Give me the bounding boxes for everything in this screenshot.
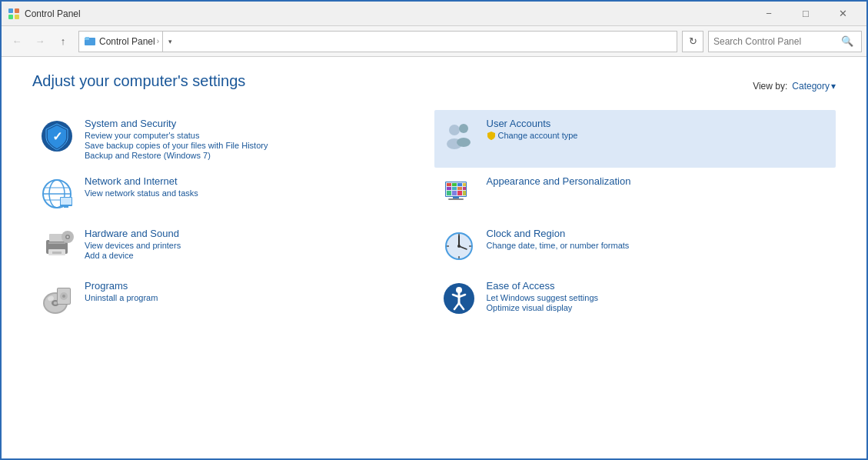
programs-title[interactable]: Programs [85, 280, 428, 292]
svg-point-62 [62, 295, 65, 298]
ease-access-text: Ease of Access Let Windows suggest setti… [487, 280, 830, 312]
maximize-button[interactable]: □ [788, 2, 823, 26]
system-security-link-1[interactable]: Review your computer's status [85, 131, 428, 140]
category-programs[interactable]: Programs Uninstall a program [32, 272, 434, 325]
address-bar: Control Panel › ▾ [78, 31, 677, 52]
categories-grid: ✓ System and Security Review your comput… [32, 110, 836, 325]
svg-point-49 [457, 245, 461, 248]
refresh-button[interactable]: ↻ [682, 31, 703, 52]
svg-point-44 [67, 236, 69, 238]
clock-region-icon [441, 228, 477, 265]
close-button[interactable]: ✕ [825, 2, 860, 26]
system-security-link-3[interactable]: Backup and Restore (Windows 7) [85, 151, 428, 160]
hardware-sound-link-2[interactable]: Add a device [85, 251, 428, 260]
svg-rect-35 [453, 197, 459, 198]
programs-link-1[interactable]: Uninstall a program [85, 293, 428, 302]
svg-point-11 [459, 124, 468, 133]
ease-access-icon [441, 280, 477, 317]
hardware-sound-text: Hardware and Sound View devices and prin… [85, 228, 428, 260]
svg-rect-34 [463, 191, 466, 195]
system-security-icon: ✓ [38, 118, 75, 155]
address-dropdown-button[interactable]: ▾ [162, 31, 178, 52]
search-bar: 🔍 [708, 31, 862, 52]
user-accounts-text: User Accounts Change account type [487, 118, 830, 140]
svg-rect-20 [64, 206, 68, 208]
svg-rect-24 [452, 183, 457, 186]
appearance-title[interactable]: Appearance and Personalization [487, 175, 830, 187]
view-by-label: View by: [753, 81, 787, 92]
minimize-button[interactable]: − [751, 2, 787, 26]
svg-rect-31 [447, 191, 451, 195]
system-security-title[interactable]: System and Security [85, 118, 428, 129]
svg-rect-26 [463, 183, 466, 186]
user-accounts-title[interactable]: User Accounts [487, 118, 830, 129]
category-appearance[interactable]: Appearance and Personalization [434, 168, 836, 220]
svg-rect-25 [457, 183, 462, 186]
page-title: Adjust your computer's settings [32, 72, 836, 90]
svg-rect-19 [61, 198, 72, 205]
hardware-sound-icon [38, 228, 75, 265]
svg-rect-6 [85, 37, 89, 38]
svg-point-12 [457, 138, 471, 147]
category-ease-access[interactable]: Ease of Access Let Windows suggest setti… [434, 272, 836, 325]
network-internet-text: Network and Internet View network status… [85, 175, 428, 198]
programs-icon [38, 280, 75, 317]
svg-rect-32 [452, 191, 457, 195]
svg-rect-2 [8, 15, 13, 19]
system-security-text: System and Security Review your computer… [85, 118, 428, 160]
category-user-accounts[interactable]: User Accounts Change account type [434, 110, 836, 168]
ease-access-title[interactable]: Ease of Access [487, 280, 830, 292]
title-bar-controls: − □ ✕ [751, 2, 860, 26]
view-by-dropdown[interactable]: Category ▾ [792, 81, 836, 92]
address-path: Control Panel › [99, 36, 159, 47]
forward-button[interactable]: → [29, 31, 51, 52]
svg-text:✓: ✓ [52, 130, 62, 143]
ease-access-link-2[interactable]: Optimize visual display [487, 303, 830, 312]
main-content: Adjust your computer's settings View by:… [2, 57, 866, 460]
category-network-internet[interactable]: Network and Internet View network status… [32, 168, 434, 220]
hardware-sound-link-1[interactable]: View devices and printers [85, 241, 428, 250]
appearance-text: Appearance and Personalization [487, 175, 830, 188]
svg-rect-1 [15, 8, 19, 13]
user-accounts-link-1[interactable]: Change account type [487, 131, 830, 140]
address-folder-icon [84, 35, 96, 48]
control-panel-title-icon [8, 8, 20, 20]
svg-rect-5 [85, 38, 89, 40]
network-internet-link-1[interactable]: View network status and tasks [85, 188, 428, 198]
user-accounts-icon [441, 118, 477, 155]
ease-access-link-1[interactable]: Let Windows suggest settings [487, 293, 830, 302]
clock-region-link-1[interactable]: Change date, time, or number formats [487, 241, 830, 250]
svg-rect-41 [52, 252, 62, 254]
category-system-security[interactable]: ✓ System and Security Review your comput… [32, 110, 434, 168]
view-by-control: View by: Category ▾ [753, 81, 836, 92]
search-input[interactable] [713, 36, 841, 47]
back-button[interactable]: ← [6, 31, 28, 52]
svg-point-9 [449, 125, 460, 135]
svg-rect-36 [448, 198, 464, 200]
svg-rect-33 [457, 191, 462, 195]
search-icon[interactable]: 🔍 [841, 35, 856, 47]
category-hardware-sound[interactable]: Hardware and Sound View devices and prin… [32, 220, 434, 272]
programs-text: Programs Uninstall a program [85, 280, 428, 302]
up-button[interactable]: ↑ [52, 31, 74, 52]
shield-icon [487, 131, 496, 140]
window-title: Control Panel [25, 8, 81, 19]
svg-rect-3 [15, 15, 19, 19]
svg-rect-38 [48, 242, 65, 244]
network-internet-icon [38, 175, 75, 212]
title-bar: Control Panel − □ ✕ [2, 2, 866, 26]
svg-point-57 [54, 302, 58, 305]
network-internet-title[interactable]: Network and Internet [85, 175, 428, 187]
hardware-sound-title[interactable]: Hardware and Sound [85, 228, 428, 239]
svg-rect-23 [447, 183, 451, 186]
nav-bar: ← → ↑ Control Panel › ▾ ↻ 🔍 [2, 26, 866, 57]
clock-region-text: Clock and Region Change date, time, or n… [487, 228, 830, 250]
view-by-chevron-icon: ▾ [831, 81, 836, 92]
svg-rect-27 [447, 187, 451, 190]
svg-rect-28 [452, 187, 457, 190]
title-bar-left: Control Panel [8, 8, 81, 20]
clock-region-title[interactable]: Clock and Region [487, 228, 830, 239]
category-clock-region[interactable]: Clock and Region Change date, time, or n… [434, 220, 836, 272]
svg-rect-30 [463, 187, 466, 190]
system-security-link-2[interactable]: Save backup copies of your files with Fi… [85, 141, 428, 150]
